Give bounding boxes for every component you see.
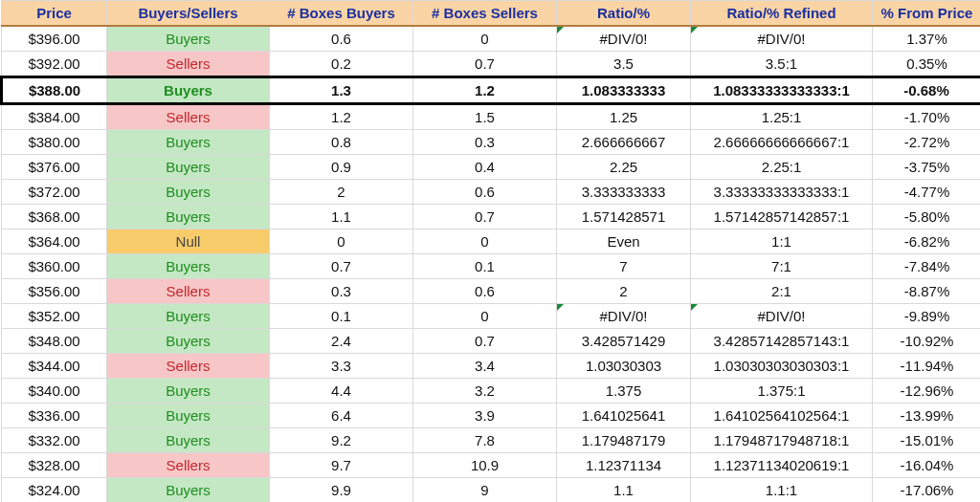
cell-ratio[interactable]: 3.5 bbox=[557, 52, 691, 77]
cell-pct-from-price[interactable]: -0.68% bbox=[873, 77, 981, 104]
cell-ratio[interactable]: 2 bbox=[557, 279, 691, 304]
cell-bs[interactable]: Buyers bbox=[107, 379, 270, 404]
cell-boxes-sellers[interactable]: 0 bbox=[413, 229, 557, 254]
cell-boxes-buyers[interactable]: 0.1 bbox=[270, 304, 413, 329]
cell-bs[interactable]: Buyers bbox=[107, 478, 270, 503]
cell-pct-from-price[interactable]: -12.96% bbox=[873, 379, 981, 404]
cell-bs[interactable]: Buyers bbox=[107, 304, 270, 329]
cell-ratio[interactable]: 3.333333333 bbox=[557, 180, 691, 205]
cell-boxes-sellers[interactable]: 10.9 bbox=[413, 453, 557, 478]
cell-price[interactable]: $376.00 bbox=[2, 155, 107, 180]
cell-ratio-refined[interactable]: 1.08333333333333:1 bbox=[691, 77, 873, 104]
cell-boxes-buyers[interactable]: 0.7 bbox=[270, 254, 413, 279]
cell-ratio[interactable]: 1.1 bbox=[557, 478, 691, 503]
cell-price[interactable]: $392.00 bbox=[2, 52, 107, 77]
cell-ratio[interactable]: 1.375 bbox=[557, 379, 691, 404]
cell-ratio-refined[interactable]: 3.33333333333333:1 bbox=[691, 180, 873, 205]
cell-ratio[interactable]: 2.666666667 bbox=[557, 130, 691, 155]
cell-boxes-sellers[interactable]: 0 bbox=[413, 304, 557, 329]
cell-ratio[interactable]: 3.428571429 bbox=[557, 329, 691, 354]
cell-pct-from-price[interactable]: 0.35% bbox=[873, 52, 981, 77]
cell-boxes-sellers[interactable]: 3.4 bbox=[413, 354, 557, 379]
cell-price[interactable]: $360.00 bbox=[2, 254, 107, 279]
cell-pct-from-price[interactable]: -13.99% bbox=[873, 404, 981, 428]
cell-boxes-sellers[interactable]: 0.7 bbox=[413, 329, 557, 354]
cell-bs[interactable]: Buyers bbox=[107, 26, 270, 52]
cell-boxes-buyers[interactable]: 6.4 bbox=[270, 404, 413, 428]
cell-boxes-buyers[interactable]: 4.4 bbox=[270, 379, 413, 404]
cell-ratio-refined[interactable]: 2.25:1 bbox=[691, 155, 873, 180]
cell-ratio-refined[interactable]: 1.03030303030303:1 bbox=[691, 354, 873, 379]
cell-price[interactable]: $344.00 bbox=[2, 354, 107, 379]
cell-bs[interactable]: Sellers bbox=[107, 52, 270, 77]
cell-ratio[interactable]: 1.25 bbox=[557, 104, 691, 130]
cell-pct-from-price[interactable]: -5.80% bbox=[873, 205, 981, 229]
cell-boxes-buyers[interactable]: 0.6 bbox=[270, 26, 413, 52]
cell-boxes-buyers[interactable]: 1.3 bbox=[270, 77, 413, 104]
header-price[interactable]: Price bbox=[2, 1, 107, 27]
cell-bs[interactable]: Sellers bbox=[107, 104, 270, 130]
cell-pct-from-price[interactable]: -15.01% bbox=[873, 428, 981, 453]
cell-bs[interactable]: Buyers bbox=[107, 180, 270, 205]
cell-ratio[interactable]: 1.083333333 bbox=[557, 77, 691, 104]
cell-boxes-sellers[interactable]: 3.2 bbox=[413, 379, 557, 404]
cell-boxes-sellers[interactable]: 0.7 bbox=[413, 52, 557, 77]
cell-ratio-refined[interactable]: 1.1:1 bbox=[691, 478, 873, 503]
cell-boxes-buyers[interactable]: 9.7 bbox=[270, 453, 413, 478]
cell-boxes-buyers[interactable]: 0 bbox=[270, 229, 413, 254]
header-ratio-refined[interactable]: Ratio/% Refined bbox=[691, 1, 873, 27]
header-buyers-sellers[interactable]: Buyers/Sellers bbox=[107, 1, 270, 27]
cell-pct-from-price[interactable]: -11.94% bbox=[873, 354, 981, 379]
cell-price[interactable]: $336.00 bbox=[2, 404, 107, 428]
cell-bs[interactable]: Sellers bbox=[107, 354, 270, 379]
cell-boxes-sellers[interactable]: 0.3 bbox=[413, 130, 557, 155]
cell-pct-from-price[interactable]: -17.06% bbox=[873, 478, 981, 503]
cell-pct-from-price[interactable]: -4.77% bbox=[873, 180, 981, 205]
cell-ratio-refined[interactable]: 3.5:1 bbox=[691, 52, 873, 77]
cell-ratio[interactable]: #DIV/0! bbox=[557, 304, 691, 329]
header-pct-from-price[interactable]: % From Price bbox=[873, 1, 981, 27]
cell-boxes-buyers[interactable]: 0.3 bbox=[270, 279, 413, 304]
cell-boxes-buyers[interactable]: 0.8 bbox=[270, 130, 413, 155]
cell-boxes-buyers[interactable]: 9.2 bbox=[270, 428, 413, 453]
cell-boxes-buyers[interactable]: 0.2 bbox=[270, 52, 413, 77]
cell-ratio-refined[interactable]: 1.25:1 bbox=[691, 104, 873, 130]
cell-bs[interactable]: Buyers bbox=[107, 155, 270, 180]
cell-boxes-sellers[interactable]: 0.4 bbox=[413, 155, 557, 180]
cell-boxes-buyers[interactable]: 3.3 bbox=[270, 354, 413, 379]
cell-bs[interactable]: Buyers bbox=[107, 77, 270, 104]
cell-ratio[interactable]: 1.12371134 bbox=[557, 453, 691, 478]
cell-boxes-buyers[interactable]: 0.9 bbox=[270, 155, 413, 180]
cell-price[interactable]: $348.00 bbox=[2, 329, 107, 354]
cell-boxes-buyers[interactable]: 9.9 bbox=[270, 478, 413, 503]
cell-bs[interactable]: Buyers bbox=[107, 205, 270, 229]
cell-boxes-sellers[interactable]: 0.1 bbox=[413, 254, 557, 279]
cell-boxes-buyers[interactable]: 2 bbox=[270, 180, 413, 205]
cell-pct-from-price[interactable]: -2.72% bbox=[873, 130, 981, 155]
cell-ratio-refined[interactable]: 3.42857142857143:1 bbox=[691, 329, 873, 354]
cell-bs[interactable]: Buyers bbox=[107, 404, 270, 428]
cell-boxes-sellers[interactable]: 9 bbox=[413, 478, 557, 503]
cell-ratio-refined[interactable]: 7:1 bbox=[691, 254, 873, 279]
cell-ratio-refined[interactable]: 1.375:1 bbox=[691, 379, 873, 404]
cell-ratio[interactable]: #DIV/0! bbox=[557, 26, 691, 52]
header-boxes-sellers[interactable]: # Boxes Sellers bbox=[413, 1, 557, 27]
cell-bs[interactable]: Buyers bbox=[107, 329, 270, 354]
cell-price[interactable]: $324.00 bbox=[2, 478, 107, 503]
cell-ratio-refined[interactable]: #DIV/0! bbox=[691, 26, 873, 52]
cell-ratio-refined[interactable]: 1.17948717948718:1 bbox=[691, 428, 873, 453]
cell-price[interactable]: $332.00 bbox=[2, 428, 107, 453]
cell-boxes-sellers[interactable]: 1.5 bbox=[413, 104, 557, 130]
cell-bs[interactable]: Buyers bbox=[107, 254, 270, 279]
cell-price[interactable]: $328.00 bbox=[2, 453, 107, 478]
cell-pct-from-price[interactable]: -3.75% bbox=[873, 155, 981, 180]
cell-boxes-sellers[interactable]: 0.7 bbox=[413, 205, 557, 229]
cell-ratio-refined[interactable]: #DIV/0! bbox=[691, 304, 873, 329]
cell-bs[interactable]: Buyers bbox=[107, 428, 270, 453]
cell-price[interactable]: $352.00 bbox=[2, 304, 107, 329]
cell-ratio[interactable]: 1.641025641 bbox=[557, 404, 691, 428]
cell-boxes-buyers[interactable]: 1.2 bbox=[270, 104, 413, 130]
cell-boxes-sellers[interactable]: 0.6 bbox=[413, 180, 557, 205]
cell-boxes-sellers[interactable]: 0.6 bbox=[413, 279, 557, 304]
cell-pct-from-price[interactable]: -8.87% bbox=[873, 279, 981, 304]
